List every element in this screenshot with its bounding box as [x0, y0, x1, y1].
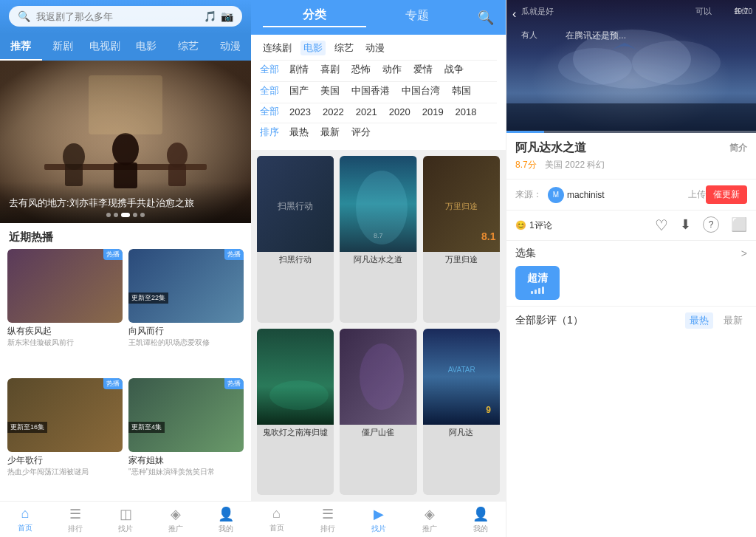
comment-count[interactable]: 😊 1评论: [515, 219, 655, 232]
review-tab-hot[interactable]: 最热: [685, 312, 713, 329]
drama-badge-3: 热播: [103, 378, 123, 389]
nav-item-recommend[interactable]: 推荐: [0, 34, 42, 61]
filter-comedy[interactable]: 喜剧: [317, 62, 343, 77]
mic-icon[interactable]: 🎵: [204, 10, 216, 22]
movie-card-3[interactable]: 万里归途 8.1 万里归途: [423, 156, 500, 323]
left-bottom-rank[interactable]: ☰ 排行: [50, 506, 100, 534]
middle-tab-special[interactable]: 专题: [366, 8, 470, 27]
share-icon[interactable]: ⬜: [731, 216, 747, 234]
back-button[interactable]: ‹: [512, 7, 516, 21]
movie-card-1[interactable]: 扫黑行动 扫黑行动: [257, 156, 334, 323]
filter-row-sort: 排序 最热 最新 评分: [260, 125, 497, 140]
filter-action[interactable]: 动作: [379, 62, 405, 77]
middle-bottom-promo[interactable]: ◈ 推广: [404, 506, 455, 534]
source-label: 来源：: [515, 188, 542, 201]
review-tab-new[interactable]: 最新: [719, 312, 747, 329]
filter-2023[interactable]: 2023: [286, 106, 314, 118]
dot-3: [121, 213, 130, 217]
filter-label-sort[interactable]: 排序: [260, 126, 281, 139]
video-top-left-text: 瓜就是好: [521, 6, 554, 17]
search-input[interactable]: [36, 11, 204, 22]
nav-item-movie[interactable]: 电影: [126, 34, 168, 61]
video-progress-bar[interactable]: [506, 131, 756, 133]
filter-score[interactable]: 评分: [348, 125, 374, 140]
scan-icon[interactable]: 📷: [221, 10, 233, 22]
m-promo-icon: ◈: [425, 506, 435, 522]
like-icon[interactable]: ♡: [655, 216, 668, 234]
middle-bottom-find[interactable]: ▶ 找片: [353, 506, 404, 534]
filter-hk[interactable]: 中国香港: [348, 83, 393, 98]
filter-tw[interactable]: 中国台湾: [399, 83, 443, 98]
filter-anime[interactable]: 动漫: [362, 41, 388, 55]
drama-desc-2: 王凯谭松的职场恋爱双修: [128, 338, 244, 348]
middle-bottom-profile[interactable]: 👤 我的: [455, 506, 506, 534]
video-player[interactable]: ‹ 在腾讯还是预... 瓜就是好 可以 各位 有人 10:70: [506, 0, 756, 133]
filter-2018[interactable]: 2018: [453, 106, 480, 118]
filter-row-year: 全部 2023 2022 2021 2020 2019 2018: [260, 105, 497, 118]
m-profile-label: 我的: [473, 524, 488, 534]
nav-item-tv[interactable]: 电视剧: [83, 34, 126, 61]
dot-2: [114, 213, 118, 217]
filter-category-type: 连续剧 电影 综艺 动漫: [260, 41, 388, 55]
hero-banner[interactable]: 去有风的地方:刘亦菲李现携手共赴治愈之旅: [0, 61, 251, 223]
left-bottom-profile[interactable]: 👤 我的: [201, 506, 251, 534]
middle-bottom-home[interactable]: ⌂ 首页: [251, 506, 302, 534]
left-nav: 推荐 新剧 电视剧 电影 综艺 动漫: [0, 34, 251, 61]
filter-us[interactable]: 美国: [317, 83, 343, 98]
update-button[interactable]: 催更新: [706, 185, 747, 204]
filter-new[interactable]: 最新: [317, 125, 343, 140]
filter-romance[interactable]: 爱情: [410, 62, 436, 77]
filter-label-all3[interactable]: 全部: [260, 105, 281, 118]
middle-panel: 分类 专题 🔍 连续剧 电影 综艺 动漫 全部 剧情 喜剧 恐怖 动作 爱情 战…: [251, 0, 506, 537]
filter-horror[interactable]: 恐怖: [348, 62, 374, 77]
movie-card-4[interactable]: 鬼吹灯之南海归墟: [257, 329, 334, 496]
filter-2022[interactable]: 2022: [320, 106, 347, 118]
movie-card-2[interactable]: 8.7 阿凡达水之道: [340, 156, 416, 323]
filter-label-all1[interactable]: 全部: [260, 63, 281, 76]
download-icon[interactable]: ⬇: [680, 216, 691, 234]
drama-card-1[interactable]: 热播 纵有疾风起 新东宋佳璇破风前行: [7, 249, 123, 372]
filter-movie[interactable]: 电影: [300, 41, 326, 55]
middle-tab-category[interactable]: 分类: [263, 7, 366, 27]
drama-card-4[interactable]: 更新至4集 热播 家有姐妹 "恶种"姐妹演绎羡煞笑日常: [128, 378, 244, 502]
episode-chip-hd[interactable]: 超清: [515, 266, 560, 300]
movie-card-5[interactable]: 僵尸山雀: [340, 329, 416, 496]
episode-arrow[interactable]: >: [741, 247, 747, 259]
nav-item-new[interactable]: 新剧: [42, 34, 84, 61]
filter-hot[interactable]: 最热: [286, 125, 312, 140]
filter-drama[interactable]: 剧情: [286, 62, 312, 77]
dot-1: [106, 213, 111, 217]
middle-search-icon[interactable]: 🔍: [478, 10, 494, 26]
filter-2021[interactable]: 2021: [353, 106, 380, 118]
svg-text:8.7: 8.7: [374, 232, 383, 239]
left-bottom-promo[interactable]: ◈ 推广: [151, 506, 201, 534]
drama-desc-3: 热血少年闯荡江湖被谜局: [7, 467, 123, 477]
middle-bottom-rank[interactable]: ☰ 排行: [302, 506, 353, 534]
svg-point-6: [167, 143, 188, 168]
filter-variety[interactable]: 综艺: [331, 41, 357, 55]
filter-2020[interactable]: 2020: [386, 106, 413, 118]
drama-name-4: 家有姐妹: [128, 454, 244, 467]
filter-kr[interactable]: 韩国: [449, 83, 474, 98]
filter-label-all2[interactable]: 全部: [260, 84, 281, 98]
movie-card-6[interactable]: AVATAR 9 阿凡达: [423, 329, 500, 496]
drama-card-2[interactable]: 更新至22集 热播 向风而行 王凯谭松的职场恋爱双修: [128, 249, 244, 372]
filter-2019[interactable]: 2019: [419, 106, 447, 118]
search-bar[interactable]: 🔍 🎵 📷: [9, 6, 242, 27]
filter-domestic[interactable]: 国产: [286, 83, 312, 98]
left-bottom-home[interactable]: ⌂ 首页: [0, 506, 50, 534]
source-name: machinist: [567, 190, 685, 200]
filter-row-type: 连续剧 电影 综艺 动漫: [260, 41, 497, 55]
nav-item-anime[interactable]: 动漫: [209, 34, 251, 61]
movie-title-text: 阿凡达水之道: [515, 140, 586, 156]
left-bottom-find[interactable]: ◫ 找片: [100, 506, 151, 534]
svg-point-20: [360, 343, 404, 410]
hero-overlay: 去有风的地方:刘亦菲李现携手共赴治愈之旅: [0, 182, 251, 223]
drama-card-3[interactable]: 更新至16集 热播 少年歌行 热血少年闯荡江湖被谜局: [7, 378, 123, 502]
eq-bar-1: [531, 291, 533, 294]
intro-button[interactable]: 简介: [729, 142, 747, 154]
nav-item-variety[interactable]: 综艺: [168, 34, 210, 61]
filter-serial[interactable]: 连续剧: [260, 41, 295, 55]
help-icon[interactable]: ?: [703, 216, 719, 233]
filter-war[interactable]: 战争: [441, 62, 467, 77]
